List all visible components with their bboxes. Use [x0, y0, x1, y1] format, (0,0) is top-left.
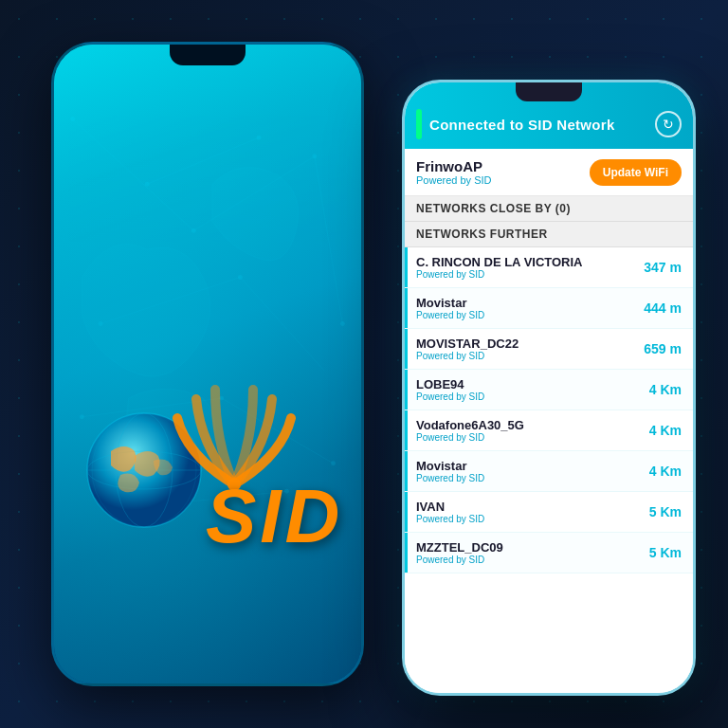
- network-item-info: MOVISTAR_DC22 Powered by SID: [416, 337, 634, 361]
- back-phone-notch: [170, 45, 246, 65]
- header-title: Connected to SID Network: [429, 117, 655, 133]
- svg-point-12: [340, 321, 345, 326]
- network-list-item[interactable]: MZZTEL_DC09 Powered by SID 5 Km: [405, 533, 693, 573]
- svg-point-16: [257, 136, 262, 140]
- network-item-distance: 4 Km: [634, 464, 682, 479]
- network-item-info: IVAN Powered by SID: [416, 500, 634, 524]
- network-item-powered: Powered by SID: [416, 310, 634, 320]
- network-list: C. RINCON DE LA VICTORIA Powered by SID …: [405, 247, 693, 573]
- network-item-name: Movistar: [416, 296, 634, 310]
- network-item-name: MZZTEL_DC09: [416, 540, 634, 555]
- network-list-item[interactable]: Movistar Powered by SID 4 Km: [405, 451, 693, 492]
- network-item-name: Movistar: [416, 459, 634, 473]
- current-network-name: FrinwoAP: [416, 158, 491, 174]
- current-network-powered: Powered by SID: [416, 174, 491, 186]
- network-list-item[interactable]: LOBE94 Powered by SID 4 Km: [405, 370, 693, 410]
- network-list-item[interactable]: MOVISTAR_DC22 Powered by SID 659 m: [405, 329, 693, 370]
- back-phone-screen: SID: [54, 45, 361, 683]
- network-item-distance: 444 m: [634, 300, 682, 316]
- network-item-info: LOBE94 Powered by SID: [416, 377, 634, 402]
- network-item-powered: Powered by SID: [416, 269, 634, 280]
- network-item-powered: Powered by SID: [416, 351, 634, 361]
- svg-line-0: [73, 119, 194, 231]
- svg-point-11: [312, 154, 317, 158]
- network-list-item[interactable]: Movistar Powered by SID 444 m: [405, 288, 693, 329]
- front-phone-notch: [516, 82, 582, 101]
- svg-point-15: [145, 182, 150, 187]
- network-item-info: MZZTEL_DC09 Powered by SID: [416, 540, 634, 565]
- connection-indicator: [416, 109, 422, 139]
- sid-brand-text: SID: [206, 473, 343, 560]
- network-item-info: Vodafone6A30_5G Powered by SID: [416, 418, 634, 443]
- phone-front: Connected to SID Network ↻ FrinwoAP Powe…: [402, 80, 696, 696]
- network-item-name: IVAN: [416, 500, 634, 514]
- current-network-row: FrinwoAP Powered by SID Update WiFi: [405, 149, 693, 196]
- network-item-powered: Powered by SID: [416, 432, 634, 443]
- svg-point-10: [191, 228, 196, 233]
- network-item-powered: Powered by SID: [416, 555, 634, 565]
- network-item-distance: 5 Km: [634, 545, 682, 560]
- network-item-info: Movistar Powered by SID: [416, 296, 634, 320]
- network-item-distance: 4 Km: [634, 382, 682, 397]
- svg-point-14: [238, 275, 243, 280]
- network-item-name: Vodafone6A30_5G: [416, 418, 634, 432]
- section-further: NETWORKS FURTHER: [405, 222, 693, 247]
- phone-back: SID: [51, 42, 364, 686]
- network-item-info: C. RINCON DE LA VICTORIA Powered by SID: [416, 255, 634, 280]
- network-item-powered: Powered by SID: [416, 473, 634, 483]
- network-item-powered: Powered by SID: [416, 391, 634, 402]
- network-item-distance: 347 m: [634, 260, 682, 275]
- svg-point-9: [70, 117, 75, 121]
- section-close-by: NETWORKS CLOSE BY (0): [405, 196, 693, 222]
- network-item-name: LOBE94: [416, 377, 634, 391]
- network-list-item[interactable]: Vodafone6A30_5G Powered by SID 4 Km: [405, 410, 693, 451]
- scene: SID Connected to SID Network ↻ FrinwoAP …: [32, 23, 696, 705]
- network-list-item[interactable]: C. RINCON DE LA VICTORIA Powered by SID …: [405, 247, 693, 288]
- content-area: FrinwoAP Powered by SID Update WiFi NETW…: [405, 149, 693, 693]
- network-item-distance: 4 Km: [634, 423, 682, 438]
- network-item-distance: 659 m: [634, 341, 682, 356]
- network-item-name: C. RINCON DE LA VICTORIA: [416, 255, 634, 269]
- network-item-name: MOVISTAR_DC22: [416, 337, 634, 351]
- network-list-item[interactable]: IVAN Powered by SID 5 Km: [405, 492, 693, 533]
- svg-line-4: [240, 277, 323, 370]
- update-wifi-button[interactable]: Update WiFi: [590, 159, 682, 186]
- network-lines-svg: [54, 45, 361, 678]
- network-item-info: Movistar Powered by SID: [416, 459, 634, 483]
- svg-point-19: [331, 461, 336, 465]
- svg-line-2: [315, 156, 342, 324]
- network-item-distance: 5 Km: [634, 504, 682, 519]
- refresh-button[interactable]: ↻: [655, 111, 682, 137]
- front-phone-screen: Connected to SID Network ↻ FrinwoAP Powe…: [405, 82, 693, 693]
- network-item-powered: Powered by SID: [416, 514, 634, 524]
- current-network-info: FrinwoAP Powered by SID: [416, 158, 491, 186]
